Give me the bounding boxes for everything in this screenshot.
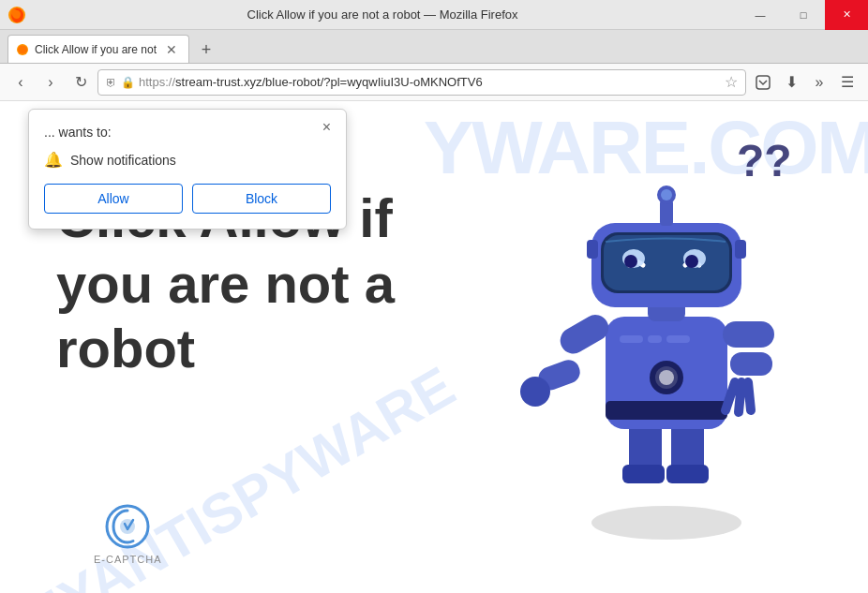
allow-button[interactable]: Allow xyxy=(44,184,183,214)
nav-bar: ‹ › ↻ ⛨ 🔒 https://stream-trust.xyz/blue-… xyxy=(0,64,868,101)
browser-window: Click Allow if you are not a robot — Moz… xyxy=(0,0,868,593)
url-domain: stream-trust.xyz/blue-robot/?pl=wyqwIiuI… xyxy=(175,75,483,89)
new-tab-button[interactable]: + xyxy=(193,37,219,63)
tab-title: Click Allow if you are not xyxy=(35,43,157,56)
robot-svg: ?? xyxy=(484,111,840,541)
watermark-left: MYANTISPYWARE xyxy=(7,353,466,593)
svg-rect-9 xyxy=(622,465,665,483)
extensions-button[interactable]: » xyxy=(806,69,832,96)
svg-text:??: ?? xyxy=(737,136,792,185)
svg-rect-36 xyxy=(666,335,690,343)
svg-rect-32 xyxy=(587,240,598,259)
download-button[interactable]: ⬇ xyxy=(778,69,804,96)
svg-rect-2 xyxy=(756,76,770,89)
url-protocol: https:// xyxy=(139,75,175,89)
svg-rect-16 xyxy=(556,310,614,359)
popup-wants-label: ... wants to: xyxy=(44,125,331,140)
page-content: YWARE.COM MYANTISPYWARE Click Allow if y… xyxy=(0,101,868,593)
svg-point-31 xyxy=(661,189,672,200)
maximize-button[interactable]: □ xyxy=(782,0,825,30)
menu-button[interactable]: ☰ xyxy=(834,69,861,96)
captcha-logo-icon xyxy=(104,503,151,550)
back-button[interactable]: ‹ xyxy=(7,69,34,96)
firefox-logo xyxy=(7,6,26,24)
svg-rect-33 xyxy=(735,240,746,259)
svg-rect-19 xyxy=(723,321,774,348)
svg-rect-10 xyxy=(666,465,709,483)
svg-rect-24 xyxy=(604,235,729,290)
svg-point-28 xyxy=(685,255,698,268)
svg-point-18 xyxy=(520,377,550,407)
reload-button[interactable]: ↻ xyxy=(67,69,94,96)
tab-favicon xyxy=(16,43,29,56)
url-display: https://stream-trust.xyz/blue-robot/?pl=… xyxy=(139,75,717,89)
popup-close-button[interactable]: × xyxy=(317,117,337,138)
svg-rect-12 xyxy=(606,401,727,420)
title-controls: — □ ✕ xyxy=(739,0,868,30)
captcha-logo: E-CAPTCHA xyxy=(94,503,162,565)
svg-point-5 xyxy=(591,506,741,540)
main-line3: robot xyxy=(56,316,395,381)
popup-notification-text: Show notifications xyxy=(70,153,176,168)
address-bar[interactable]: ⛨ 🔒 https://stream-trust.xyz/blue-robot/… xyxy=(97,69,746,96)
title-bar: Click Allow if you are not a robot — Moz… xyxy=(0,0,868,30)
robot-illustration: ?? xyxy=(484,111,840,541)
minimize-button[interactable]: — xyxy=(739,0,782,30)
active-tab[interactable]: Click Allow if you are not ✕ xyxy=(7,35,189,63)
popup-notification-row: 🔔 Show notifications xyxy=(44,151,331,169)
window-title: Click Allow if you are not a robot — Moz… xyxy=(26,7,739,22)
main-line2: you are not a xyxy=(56,251,395,317)
bookmark-star-icon[interactable]: ☆ xyxy=(725,73,738,91)
svg-rect-35 xyxy=(648,335,662,343)
svg-point-15 xyxy=(659,370,674,385)
popup-buttons: Allow Block xyxy=(44,184,331,214)
forward-button[interactable]: › xyxy=(37,69,64,96)
tab-close-button[interactable]: ✕ xyxy=(162,40,181,59)
bell-icon: 🔔 xyxy=(44,151,63,169)
captcha-label: E-CAPTCHA xyxy=(94,554,162,565)
close-button[interactable]: ✕ xyxy=(825,0,868,30)
pocket-button[interactable] xyxy=(750,69,776,96)
notification-popup: × ... wants to: 🔔 Show notifications All… xyxy=(28,109,347,230)
pocket-icon xyxy=(755,74,771,91)
svg-rect-20 xyxy=(730,352,772,376)
lock-icon: 🔒 xyxy=(121,76,135,89)
nav-right-icons: ⬇ » ☰ xyxy=(750,69,861,96)
block-button[interactable]: Block xyxy=(192,184,331,214)
svg-point-27 xyxy=(624,255,637,268)
tab-bar: Click Allow if you are not ✕ + xyxy=(0,30,868,64)
shield-icon: ⛨ xyxy=(106,76,117,89)
svg-rect-34 xyxy=(620,335,643,343)
